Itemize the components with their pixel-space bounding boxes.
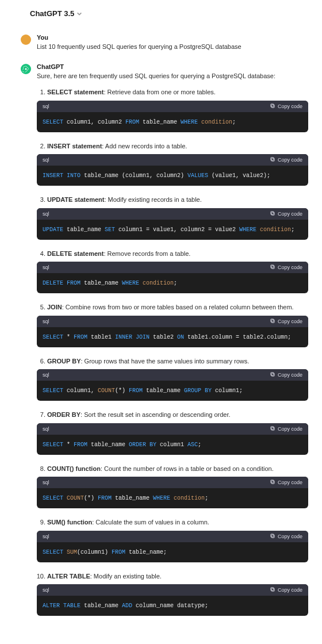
- code-content: UPDATE table_name SET column1 = value1, …: [37, 220, 308, 240]
- query-description: SUM() function: Calculate the sum of val…: [47, 518, 308, 527]
- code-content: SELECT * FROM table1 INNER JOIN table2 O…: [37, 327, 308, 347]
- code-lang-label: sql: [43, 426, 49, 432]
- query-description: UPDATE statement: Modify existing record…: [47, 195, 308, 205]
- svg-rect-13: [271, 427, 274, 430]
- code-lang-label: sql: [43, 534, 49, 539]
- model-name: ChatGPT 3.5: [30, 9, 74, 18]
- query-item: INSERT statement: Add new records into a…: [47, 141, 308, 186]
- svg-rect-2: [271, 103, 274, 106]
- svg-rect-20: [271, 588, 274, 591]
- query-title: ORDER BY: [47, 411, 80, 418]
- query-title: INSERT statement: [47, 143, 102, 150]
- copy-code-label: Copy code: [278, 372, 302, 378]
- clipboard-icon: [270, 479, 275, 486]
- user-name: You: [37, 34, 308, 41]
- code-block: sqlCopy codeSELECT column1, COUNT(*) FRO…: [37, 369, 308, 401]
- code-lang-label: sql: [43, 157, 49, 163]
- query-description: DELETE statement: Remove records from a …: [47, 249, 308, 259]
- svg-rect-11: [271, 373, 274, 376]
- code-header: sqlCopy code: [37, 154, 308, 166]
- query-desc-text: : Add new records into a table.: [102, 143, 187, 150]
- code-block: sqlCopy codeSELECT * FROM table1 INNER J…: [37, 316, 308, 347]
- query-description: JOIN: Combine rows from two or more tabl…: [47, 302, 308, 312]
- query-desc-text: : Modify an existing table.: [90, 573, 162, 580]
- clipboard-icon: [270, 318, 275, 325]
- query-desc-text: : Group rows that have the same values i…: [80, 358, 249, 365]
- query-desc-text: : Combine rows from two or more tables b…: [62, 304, 294, 310]
- assistant-intro: Sure, here are ten frequently used SQL q…: [37, 71, 308, 81]
- svg-rect-3: [271, 158, 274, 161]
- svg-rect-18: [271, 534, 274, 536]
- code-header: sqlCopy code: [37, 208, 308, 220]
- code-content: ALTER TABLE table_name ADD column_name d…: [37, 596, 308, 616]
- code-header: sqlCopy code: [37, 423, 308, 435]
- svg-rect-8: [271, 265, 274, 268]
- clipboard-icon: [270, 586, 275, 593]
- query-title: DELETE statement: [47, 250, 103, 257]
- query-desc-text: : Modify existing records in a table.: [104, 196, 201, 203]
- query-item: SELECT statement: Retrieve data from one…: [47, 87, 308, 132]
- query-item: UPDATE statement: Modify existing record…: [47, 195, 308, 240]
- query-description: SELECT statement: Retrieve data from one…: [47, 87, 308, 97]
- query-description: GROUP BY: Group rows that have the same …: [47, 356, 308, 366]
- code-block: sqlCopy codeSELECT column1, column2 FROM…: [37, 101, 308, 132]
- code-lang-label: sql: [43, 372, 49, 378]
- query-description: INSERT statement: Add new records into a…: [47, 141, 308, 151]
- svg-point-0: [25, 68, 27, 70]
- code-block: sqlCopy codeSELECT SUM(column1) FROM tab…: [37, 531, 308, 562]
- assistant-message: ChatGPT Sure, here are ten frequently us…: [14, 63, 308, 626]
- user-avatar: [21, 34, 31, 45]
- copy-code-button[interactable]: Copy code: [270, 586, 302, 593]
- copy-code-button[interactable]: Copy code: [270, 264, 302, 271]
- copy-code-button[interactable]: Copy code: [270, 210, 302, 217]
- query-item: COUNT() function: Count the number of ro…: [47, 464, 308, 509]
- clipboard-icon: [270, 210, 275, 217]
- copy-code-button[interactable]: Copy code: [270, 479, 302, 486]
- code-block: sqlCopy codeSELECT * FROM table_name ORD…: [37, 423, 308, 455]
- copy-code-button[interactable]: Copy code: [270, 156, 302, 163]
- copy-code-button[interactable]: Copy code: [270, 533, 302, 540]
- svg-rect-19: [271, 588, 274, 591]
- code-content: SELECT column1, COUNT(*) FROM table_name…: [37, 381, 308, 401]
- user-message: You List 10 frequently used SQL queries …: [14, 34, 308, 52]
- code-lang-label: sql: [43, 587, 49, 593]
- code-header: sqlCopy code: [37, 369, 308, 381]
- query-item: GROUP BY: Group rows that have the same …: [47, 356, 308, 401]
- copy-code-label: Copy code: [278, 157, 302, 163]
- copy-code-label: Copy code: [278, 480, 302, 485]
- svg-rect-16: [271, 480, 274, 483]
- code-block: sqlCopy codeALTER TABLE table_name ADD c…: [37, 584, 308, 616]
- model-selector[interactable]: ChatGPT 3.5: [14, 9, 308, 18]
- copy-code-button[interactable]: Copy code: [270, 425, 302, 432]
- clipboard-icon: [270, 156, 275, 163]
- query-title: UPDATE statement: [47, 196, 104, 203]
- code-block: sqlCopy codeDELETE FROM table_name WHERE…: [37, 262, 308, 293]
- svg-rect-1: [271, 105, 274, 108]
- query-title: GROUP BY: [47, 358, 80, 365]
- clipboard-icon: [270, 103, 275, 110]
- copy-code-label: Copy code: [278, 426, 302, 432]
- copy-code-button[interactable]: Copy code: [270, 371, 302, 378]
- query-description: COUNT() function: Count the number of ro…: [47, 464, 308, 474]
- query-title: ALTER TABLE: [47, 573, 90, 580]
- query-title: COUNT() function: [47, 465, 101, 472]
- code-header: sqlCopy code: [37, 477, 308, 488]
- code-header: sqlCopy code: [37, 262, 308, 273]
- query-item: ALTER TABLE: Modify an existing table.sq…: [47, 572, 308, 616]
- assistant-avatar: [21, 64, 31, 74]
- clipboard-icon: [270, 371, 275, 378]
- query-item: JOIN: Combine rows from two or more tabl…: [47, 302, 308, 347]
- copy-code-label: Copy code: [278, 103, 302, 109]
- assistant-name: ChatGPT: [37, 63, 308, 70]
- code-content: SELECT SUM(column1) FROM table_name;: [37, 542, 308, 562]
- chevron-down-icon: [76, 11, 82, 17]
- code-content: SELECT * FROM table_name ORDER BY column…: [37, 435, 308, 455]
- query-item: ORDER BY: Sort the result set in ascendi…: [47, 410, 308, 455]
- code-header: sqlCopy code: [37, 316, 308, 327]
- svg-rect-9: [271, 320, 274, 323]
- copy-code-button[interactable]: Copy code: [270, 103, 302, 110]
- copy-code-button[interactable]: Copy code: [270, 318, 302, 325]
- code-block: sqlCopy codeUPDATE table_name SET column…: [37, 208, 308, 240]
- copy-code-label: Copy code: [278, 587, 302, 593]
- svg-rect-12: [271, 373, 274, 375]
